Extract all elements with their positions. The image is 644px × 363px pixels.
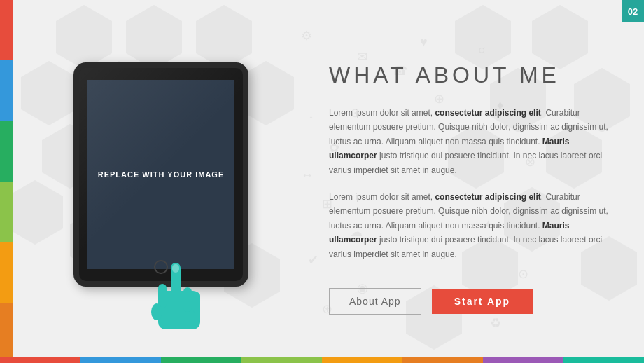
tablet-placeholder-text: REPLACE WITH YOUR IMAGE <box>98 170 224 179</box>
paragraph-2: Lorem ipsum dolor sit amet, consectetur … <box>329 190 616 261</box>
button-row: About App Start App <box>329 288 616 315</box>
tablet-wrapper: REPLACE WITH YOUR IMAGE <box>74 62 262 301</box>
bar-segment <box>161 357 241 363</box>
about-app-button[interactable]: About App <box>329 288 421 315</box>
svg-rect-4 <box>193 292 200 313</box>
paragraph-1: Lorem ipsum dolor sit amet, consectetur … <box>329 106 616 177</box>
tablet-section: REPLACE WITH YOUR IMAGE <box>0 0 315 363</box>
svg-rect-5 <box>172 264 179 273</box>
strip-segment <box>0 303 13 363</box>
bar-segment <box>402 357 483 363</box>
bar-segment <box>80 357 161 363</box>
strip-segment <box>0 121 13 182</box>
bar-segment <box>483 357 564 363</box>
page-badge: 02 <box>622 0 644 22</box>
right-content-section: WHAT ABOUT ME Lorem ipsum dolor sit amet… <box>315 0 644 363</box>
hand-pointer-icon <box>151 263 207 343</box>
bottom-color-bar <box>0 357 644 363</box>
bar-segment <box>564 357 644 363</box>
main-content: REPLACE WITH YOUR IMAGE <box>0 0 644 363</box>
strip-segment <box>0 0 13 60</box>
tablet-screen: REPLACE WITH YOUR IMAGE <box>88 80 234 269</box>
strip-segment <box>0 242 13 302</box>
page-title: WHAT ABOUT ME <box>329 62 616 88</box>
bar-segment <box>0 357 80 363</box>
strip-segment <box>0 182 13 242</box>
bar-segment <box>322 357 402 363</box>
svg-rect-3 <box>183 287 192 312</box>
tablet-device: REPLACE WITH YOUR IMAGE <box>74 62 248 287</box>
start-app-button[interactable]: Start App <box>432 289 533 314</box>
svg-point-6 <box>151 303 162 320</box>
bar-segment <box>241 357 322 363</box>
strip-segment <box>0 60 13 121</box>
left-color-strip <box>0 0 13 363</box>
